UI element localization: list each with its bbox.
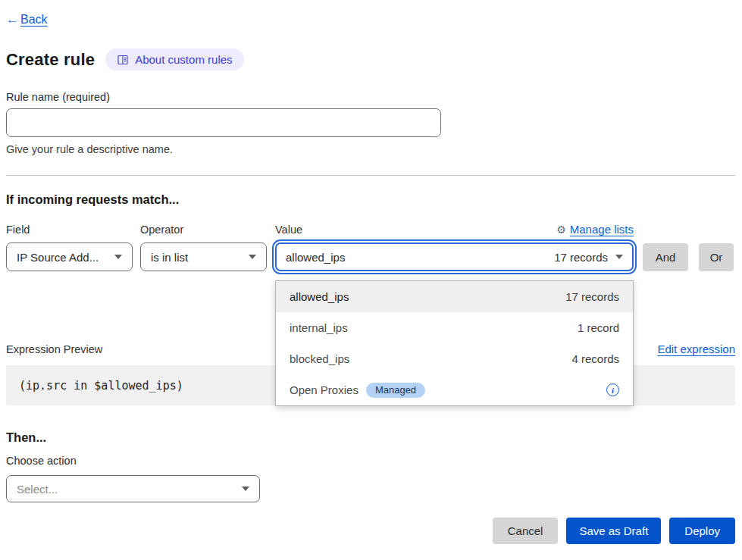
back-row: ←Back <box>6 0 735 27</box>
cancel-button[interactable]: Cancel <box>493 518 559 544</box>
back-link[interactable]: ←Back <box>6 12 48 27</box>
chevron-down-icon <box>249 255 256 259</box>
field-select-value: IP Source Add... <box>17 251 107 264</box>
or-button[interactable]: Or <box>699 243 734 271</box>
about-custom-rules-link[interactable]: About custom rules <box>105 48 243 70</box>
list-option-open-proxies[interactable]: Open Proxies Managed i <box>276 374 633 405</box>
list-option-blocked-ips[interactable]: blocked_ips 4 records <box>276 343 633 374</box>
managed-badge: Managed <box>366 383 425 398</box>
match-heading: If incoming requests match... <box>6 192 735 207</box>
operator-select[interactable]: is in list <box>140 242 267 271</box>
expression-preview-label: Expression Preview <box>6 343 102 355</box>
gear-icon: ⚙ <box>556 224 566 235</box>
option-name: Open Proxies <box>290 383 358 396</box>
operator-select-value: is in list <box>151 251 241 264</box>
list-option-allowed-ips[interactable]: allowed_ips 17 records <box>276 281 633 312</box>
section-divider <box>6 175 735 176</box>
choose-action-label: Choose action <box>6 455 735 467</box>
save-draft-button[interactable]: Save as Draft <box>566 518 661 544</box>
option-meta: 1 record <box>578 321 619 334</box>
chevron-down-icon <box>242 486 249 491</box>
chevron-down-icon <box>114 255 122 259</box>
then-heading: Then... <box>6 430 735 445</box>
rule-name-helper: Give your rule a descriptive name. <box>6 143 735 155</box>
info-icon[interactable]: i <box>606 383 619 396</box>
action-select[interactable]: Select... <box>6 475 260 502</box>
back-link-label: Back <box>20 13 48 27</box>
value-select[interactable]: allowed_ips 17 records <box>275 242 634 271</box>
value-label: Value <box>275 224 302 236</box>
edit-expression-link[interactable]: Edit expression <box>657 343 735 355</box>
option-name: blocked_ips <box>290 352 349 365</box>
field-label: Field <box>6 224 133 236</box>
field-select[interactable]: IP Source Add... <box>6 242 133 271</box>
operator-label: Operator <box>140 224 267 236</box>
book-icon <box>117 54 129 66</box>
rule-name-label: Rule name (required) <box>6 91 735 103</box>
option-name: allowed_ips <box>290 290 349 303</box>
option-name: internal_ips <box>290 321 348 334</box>
value-select-records: 17 records <box>554 251 608 264</box>
list-option-internal-ips[interactable]: internal_ips 1 record <box>276 312 633 343</box>
rule-name-input[interactable] <box>6 108 441 137</box>
manage-lists-label: Manage lists <box>570 223 634 236</box>
chevron-down-icon <box>615 255 623 259</box>
action-select-placeholder: Select... <box>17 483 234 496</box>
option-meta: 4 records <box>571 352 619 365</box>
option-meta: 17 records <box>565 290 619 303</box>
page-title: Create rule <box>6 50 95 70</box>
deploy-button[interactable]: Deploy <box>669 518 735 544</box>
back-arrow-icon: ← <box>6 12 19 27</box>
and-button[interactable]: And <box>643 243 688 271</box>
manage-lists-link[interactable]: ⚙ Manage lists <box>556 223 634 236</box>
list-dropdown: allowed_ips 17 records internal_ips 1 re… <box>275 280 634 406</box>
about-custom-rules-label: About custom rules <box>135 53 232 66</box>
value-select-name: allowed_ips <box>286 251 546 264</box>
